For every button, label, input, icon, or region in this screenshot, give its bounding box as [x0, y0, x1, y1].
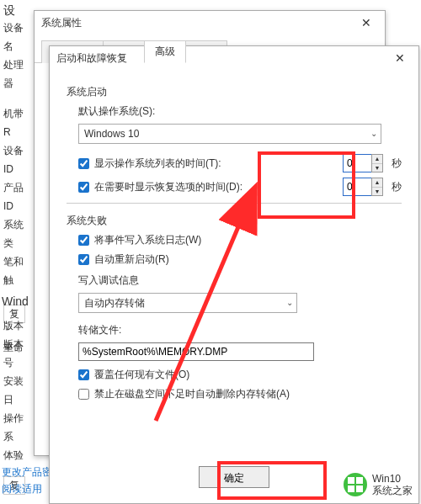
bg-link[interactable]: 更改产品密: [2, 464, 52, 480]
divider: [67, 203, 402, 204]
seconds-unit: 秒: [392, 157, 402, 171]
os-list-time-spinner[interactable]: ▲▼: [343, 154, 383, 172]
checkbox-label: 在需要时显示恢复选项的时间(D):: [94, 180, 242, 194]
bg-item: 安装日: [3, 372, 32, 409]
bg-item: 体验: [3, 446, 32, 464]
checkbox-label: 覆盖任何现有文件(O): [94, 368, 189, 382]
section-system-startup: 系统启动: [67, 85, 402, 99]
checkbox-label: 自动重新启动(R): [94, 252, 169, 267]
spinner-down-icon[interactable]: ▼: [372, 164, 382, 172]
close-icon[interactable]: ✕: [354, 13, 378, 32]
bg-item: 版本: [3, 316, 32, 335]
checkbox-input[interactable]: [78, 254, 89, 265]
bg-page-title: 设: [3, 3, 15, 19]
bg-item: 处理器: [3, 56, 32, 93]
auto-restart-checkbox[interactable]: 自动重新启动(R): [78, 252, 169, 267]
show-os-list-checkbox[interactable]: 显示操作系统列表的时间(T):: [78, 157, 221, 171]
startup-recovery-dialog: 启动和故障恢复 ✕ 系统启动 默认操作系统(S): Windows 10 ⌄ 显…: [49, 45, 419, 504]
bg-item: 操作系: [3, 409, 32, 446]
bg-links: 更改产品密 阅读适用: [2, 464, 52, 497]
windows-flag-icon: [344, 473, 367, 496]
recovery-time-spinner[interactable]: ▲▼: [343, 178, 383, 196]
checkbox-label: 禁止在磁盘空间不足时自动删除内存转储(A): [94, 387, 290, 401]
watermark-logo: Win10 系统之家: [340, 470, 416, 499]
default-os-select[interactable]: Windows 10 ⌄: [78, 124, 381, 144]
chevron-down-icon: ⌄: [286, 298, 293, 307]
dialog-body: 系统启动 默认操作系统(S): Windows 10 ⌄ 显示操作系统列表的时间…: [50, 70, 418, 413]
bg-item: 版本号: [3, 335, 32, 372]
checkbox-input[interactable]: [78, 182, 89, 193]
tab-advanced[interactable]: 高级: [144, 40, 186, 63]
bg-item: 系统类: [3, 215, 32, 252]
titlebar: 启动和故障恢复 ✕: [50, 46, 418, 70]
bg-item: 设备 ID: [3, 141, 32, 178]
checkbox-input[interactable]: [78, 235, 89, 246]
spinner-down-icon[interactable]: ▼: [372, 188, 382, 196]
spinner-up-icon[interactable]: ▲: [372, 178, 382, 188]
debug-info-select[interactable]: 自动内存转储 ⌄: [78, 293, 297, 313]
debug-info-label: 写入调试信息: [67, 273, 402, 288]
dialog-title: 启动和故障恢复: [56, 51, 388, 66]
select-value: 自动内存转储: [84, 296, 145, 310]
dialog-title: 系统属性: [41, 16, 354, 30]
section-system-failure: 系统失败: [67, 214, 402, 228]
disable-auto-delete-checkbox[interactable]: 禁止在磁盘空间不足时自动删除内存转储(A): [78, 387, 290, 401]
checkbox-label: 将事件写入系统日志(W): [94, 233, 201, 247]
spinner-input[interactable]: [343, 154, 371, 172]
seconds-unit: 秒: [392, 180, 402, 194]
select-value: Windows 10: [84, 128, 139, 140]
ok-button[interactable]: 确定: [199, 466, 269, 488]
bg-item: 机带 R: [3, 104, 32, 141]
bg-item: 产品 ID: [3, 178, 32, 215]
bg-item: 笔和触: [3, 252, 32, 289]
dump-file-label: 转储文件:: [67, 323, 402, 337]
checkbox-input[interactable]: [78, 369, 89, 380]
bg-item: 设备名: [3, 19, 32, 56]
chevron-down-icon: ⌄: [370, 129, 377, 138]
dump-file-input[interactable]: [78, 342, 314, 361]
default-os-label: 默认操作系统(S):: [67, 104, 402, 119]
watermark-line2: 系统之家: [372, 485, 413, 496]
checkbox-label: 显示操作系统列表的时间(T):: [94, 157, 221, 171]
overwrite-checkbox[interactable]: 覆盖任何现有文件(O): [78, 368, 189, 382]
show-recovery-checkbox[interactable]: 在需要时显示恢复选项的时间(D):: [78, 180, 242, 194]
bg-windows-heading: Wind: [2, 294, 29, 308]
watermark-line1: Win10: [372, 473, 413, 485]
spinner-up-icon[interactable]: ▲: [372, 155, 382, 164]
bg-link[interactable]: 阅读适用: [2, 480, 52, 497]
titlebar: 系统属性 ✕: [35, 11, 385, 34]
close-icon[interactable]: ✕: [388, 49, 412, 67]
write-log-checkbox[interactable]: 将事件写入系统日志(W): [78, 233, 201, 247]
checkbox-input[interactable]: [78, 389, 89, 400]
spinner-input[interactable]: [343, 178, 371, 196]
checkbox-input[interactable]: [78, 158, 89, 169]
